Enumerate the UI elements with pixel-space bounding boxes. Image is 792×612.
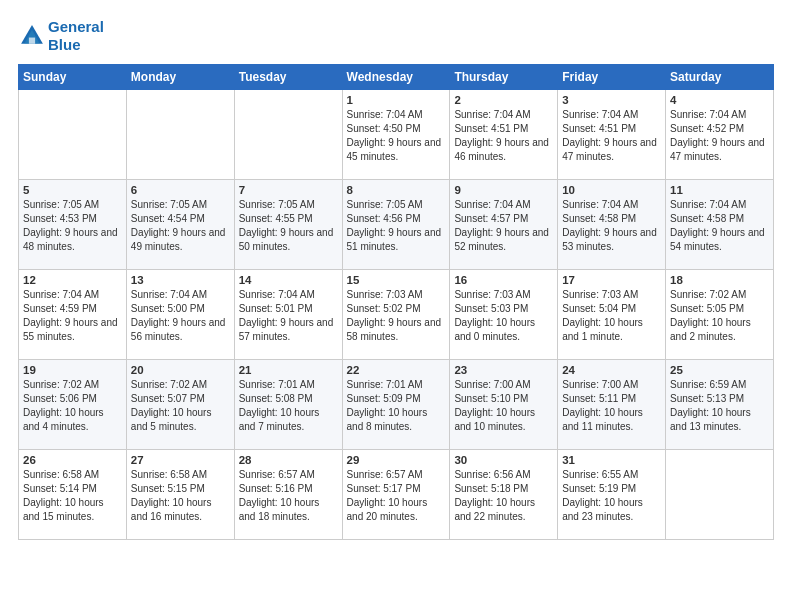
cell-info: Sunrise: 7:03 AM Sunset: 5:02 PM Dayligh… [347,288,446,344]
cell-info: Sunrise: 7:02 AM Sunset: 5:05 PM Dayligh… [670,288,769,344]
cell-info: Sunrise: 7:04 AM Sunset: 5:01 PM Dayligh… [239,288,338,344]
cell-info: Sunrise: 7:03 AM Sunset: 5:03 PM Dayligh… [454,288,553,344]
cell-info: Sunrise: 6:59 AM Sunset: 5:13 PM Dayligh… [670,378,769,434]
week-row-4: 19Sunrise: 7:02 AM Sunset: 5:06 PM Dayli… [19,360,774,450]
day-number: 25 [670,364,769,376]
calendar-cell: 17Sunrise: 7:03 AM Sunset: 5:04 PM Dayli… [558,270,666,360]
calendar-cell: 10Sunrise: 7:04 AM Sunset: 4:58 PM Dayli… [558,180,666,270]
weekday-wednesday: Wednesday [342,65,450,90]
calendar-cell: 15Sunrise: 7:03 AM Sunset: 5:02 PM Dayli… [342,270,450,360]
day-number: 7 [239,184,338,196]
cell-info: Sunrise: 7:04 AM Sunset: 4:51 PM Dayligh… [562,108,661,164]
weekday-friday: Friday [558,65,666,90]
calendar-cell: 4Sunrise: 7:04 AM Sunset: 4:52 PM Daylig… [666,90,774,180]
day-number: 8 [347,184,446,196]
calendar-cell: 24Sunrise: 7:00 AM Sunset: 5:11 PM Dayli… [558,360,666,450]
cell-info: Sunrise: 7:01 AM Sunset: 5:08 PM Dayligh… [239,378,338,434]
logo-icon [18,22,46,50]
day-number: 14 [239,274,338,286]
day-number: 18 [670,274,769,286]
calendar-cell [666,450,774,540]
calendar-cell: 27Sunrise: 6:58 AM Sunset: 5:15 PM Dayli… [126,450,234,540]
day-number: 15 [347,274,446,286]
logo-text: General Blue [48,18,104,54]
day-number: 29 [347,454,446,466]
day-number: 10 [562,184,661,196]
calendar-cell: 18Sunrise: 7:02 AM Sunset: 5:05 PM Dayli… [666,270,774,360]
day-number: 28 [239,454,338,466]
cell-info: Sunrise: 7:05 AM Sunset: 4:55 PM Dayligh… [239,198,338,254]
day-number: 26 [23,454,122,466]
cell-info: Sunrise: 6:58 AM Sunset: 5:14 PM Dayligh… [23,468,122,524]
svg-rect-2 [29,38,35,44]
day-number: 21 [239,364,338,376]
calendar-table: SundayMondayTuesdayWednesdayThursdayFrid… [18,64,774,540]
day-number: 20 [131,364,230,376]
day-number: 13 [131,274,230,286]
week-row-2: 5Sunrise: 7:05 AM Sunset: 4:53 PM Daylig… [19,180,774,270]
cell-info: Sunrise: 7:04 AM Sunset: 4:50 PM Dayligh… [347,108,446,164]
calendar-cell: 25Sunrise: 6:59 AM Sunset: 5:13 PM Dayli… [666,360,774,450]
cell-info: Sunrise: 7:00 AM Sunset: 5:11 PM Dayligh… [562,378,661,434]
day-number: 27 [131,454,230,466]
calendar-cell: 20Sunrise: 7:02 AM Sunset: 5:07 PM Dayli… [126,360,234,450]
cell-info: Sunrise: 7:04 AM Sunset: 4:57 PM Dayligh… [454,198,553,254]
calendar-cell: 1Sunrise: 7:04 AM Sunset: 4:50 PM Daylig… [342,90,450,180]
calendar-cell: 30Sunrise: 6:56 AM Sunset: 5:18 PM Dayli… [450,450,558,540]
day-number: 24 [562,364,661,376]
calendar-cell: 8Sunrise: 7:05 AM Sunset: 4:56 PM Daylig… [342,180,450,270]
cell-info: Sunrise: 7:03 AM Sunset: 5:04 PM Dayligh… [562,288,661,344]
calendar-cell: 21Sunrise: 7:01 AM Sunset: 5:08 PM Dayli… [234,360,342,450]
day-number: 9 [454,184,553,196]
calendar-cell: 9Sunrise: 7:04 AM Sunset: 4:57 PM Daylig… [450,180,558,270]
calendar-cell: 11Sunrise: 7:04 AM Sunset: 4:58 PM Dayli… [666,180,774,270]
cell-info: Sunrise: 7:02 AM Sunset: 5:06 PM Dayligh… [23,378,122,434]
day-number: 22 [347,364,446,376]
cell-info: Sunrise: 7:05 AM Sunset: 4:54 PM Dayligh… [131,198,230,254]
cell-info: Sunrise: 7:04 AM Sunset: 4:52 PM Dayligh… [670,108,769,164]
day-number: 1 [347,94,446,106]
page: General Blue SundayMondayTuesdayWednesda… [0,0,792,612]
calendar-cell: 5Sunrise: 7:05 AM Sunset: 4:53 PM Daylig… [19,180,127,270]
day-number: 16 [454,274,553,286]
week-row-1: 1Sunrise: 7:04 AM Sunset: 4:50 PM Daylig… [19,90,774,180]
calendar-cell [19,90,127,180]
cell-info: Sunrise: 6:58 AM Sunset: 5:15 PM Dayligh… [131,468,230,524]
calendar-cell: 13Sunrise: 7:04 AM Sunset: 5:00 PM Dayli… [126,270,234,360]
cell-info: Sunrise: 6:57 AM Sunset: 5:17 PM Dayligh… [347,468,446,524]
weekday-thursday: Thursday [450,65,558,90]
day-number: 12 [23,274,122,286]
calendar-cell: 19Sunrise: 7:02 AM Sunset: 5:06 PM Dayli… [19,360,127,450]
day-number: 23 [454,364,553,376]
cell-info: Sunrise: 7:04 AM Sunset: 4:58 PM Dayligh… [562,198,661,254]
day-number: 17 [562,274,661,286]
cell-info: Sunrise: 7:04 AM Sunset: 4:59 PM Dayligh… [23,288,122,344]
calendar-cell: 16Sunrise: 7:03 AM Sunset: 5:03 PM Dayli… [450,270,558,360]
cell-info: Sunrise: 7:05 AM Sunset: 4:53 PM Dayligh… [23,198,122,254]
cell-info: Sunrise: 6:55 AM Sunset: 5:19 PM Dayligh… [562,468,661,524]
calendar-cell: 29Sunrise: 6:57 AM Sunset: 5:17 PM Dayli… [342,450,450,540]
weekday-sunday: Sunday [19,65,127,90]
cell-info: Sunrise: 7:04 AM Sunset: 4:58 PM Dayligh… [670,198,769,254]
cell-info: Sunrise: 7:01 AM Sunset: 5:09 PM Dayligh… [347,378,446,434]
calendar-cell [126,90,234,180]
cell-info: Sunrise: 6:57 AM Sunset: 5:16 PM Dayligh… [239,468,338,524]
day-number: 11 [670,184,769,196]
calendar-cell: 23Sunrise: 7:00 AM Sunset: 5:10 PM Dayli… [450,360,558,450]
weekday-monday: Monday [126,65,234,90]
calendar-cell: 31Sunrise: 6:55 AM Sunset: 5:19 PM Dayli… [558,450,666,540]
calendar-cell [234,90,342,180]
weekday-tuesday: Tuesday [234,65,342,90]
calendar-cell: 12Sunrise: 7:04 AM Sunset: 4:59 PM Dayli… [19,270,127,360]
day-number: 2 [454,94,553,106]
calendar-cell: 26Sunrise: 6:58 AM Sunset: 5:14 PM Dayli… [19,450,127,540]
day-number: 31 [562,454,661,466]
cell-info: Sunrise: 7:04 AM Sunset: 5:00 PM Dayligh… [131,288,230,344]
weekday-saturday: Saturday [666,65,774,90]
day-number: 30 [454,454,553,466]
calendar-cell: 3Sunrise: 7:04 AM Sunset: 4:51 PM Daylig… [558,90,666,180]
cell-info: Sunrise: 7:02 AM Sunset: 5:07 PM Dayligh… [131,378,230,434]
cell-info: Sunrise: 7:04 AM Sunset: 4:51 PM Dayligh… [454,108,553,164]
header: General Blue [18,18,774,54]
cell-info: Sunrise: 6:56 AM Sunset: 5:18 PM Dayligh… [454,468,553,524]
